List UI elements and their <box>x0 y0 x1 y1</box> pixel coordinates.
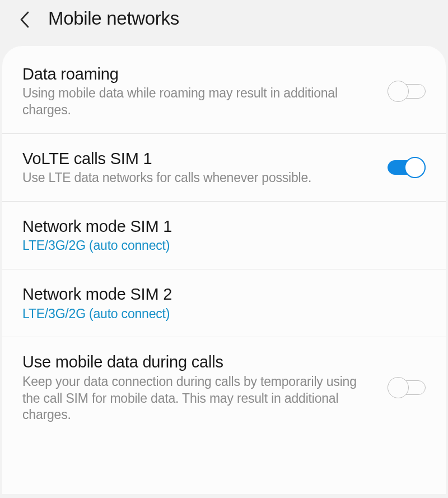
row-network-mode-sim1[interactable]: Network mode SIM 1 LTE/3G/2G (auto conne… <box>2 202 446 269</box>
row-title: Use mobile data during calls <box>22 352 376 372</box>
row-text: Data roaming Using mobile data while roa… <box>22 64 376 119</box>
row-data-roaming[interactable]: Data roaming Using mobile data while roa… <box>2 49 446 134</box>
toggle-volte-sim1[interactable] <box>388 157 426 178</box>
toggle-mobile-data-during-calls[interactable] <box>388 377 426 398</box>
row-text: Use mobile data during calls Keep your d… <box>22 352 376 423</box>
row-title: Network mode SIM 1 <box>22 216 426 236</box>
row-network-mode-sim2[interactable]: Network mode SIM 2 LTE/3G/2G (auto conne… <box>2 269 446 337</box>
row-desc: Using mobile data while roaming may resu… <box>22 85 376 119</box>
toggle-data-roaming[interactable] <box>388 81 426 102</box>
row-title: Network mode SIM 2 <box>22 284 426 304</box>
row-title: VoLTE calls SIM 1 <box>22 148 376 169</box>
toggle-thumb <box>388 81 409 102</box>
row-value: LTE/3G/2G (auto connect) <box>22 238 426 254</box>
row-desc: Keep your data connection during calls b… <box>22 374 376 424</box>
page-title: Mobile networks <box>48 8 179 29</box>
app-header: Mobile networks <box>0 0 448 46</box>
row-title: Data roaming <box>22 64 376 84</box>
toggle-thumb <box>388 377 409 398</box>
row-volte-sim1[interactable]: VoLTE calls SIM 1 Use LTE data networks … <box>2 134 446 202</box>
row-mobile-data-during-calls[interactable]: Use mobile data during calls Keep your d… <box>2 337 446 438</box>
row-desc: Use LTE data networks for calls whenever… <box>22 170 376 187</box>
settings-card: Data roaming Using mobile data while roa… <box>2 46 446 494</box>
row-text: Network mode SIM 1 LTE/3G/2G (auto conne… <box>22 216 426 254</box>
row-text: VoLTE calls SIM 1 Use LTE data networks … <box>22 148 376 187</box>
toggle-thumb <box>404 157 426 178</box>
row-text: Network mode SIM 2 LTE/3G/2G (auto conne… <box>22 284 426 322</box>
back-icon[interactable] <box>17 11 34 28</box>
row-value: LTE/3G/2G (auto connect) <box>22 306 426 323</box>
